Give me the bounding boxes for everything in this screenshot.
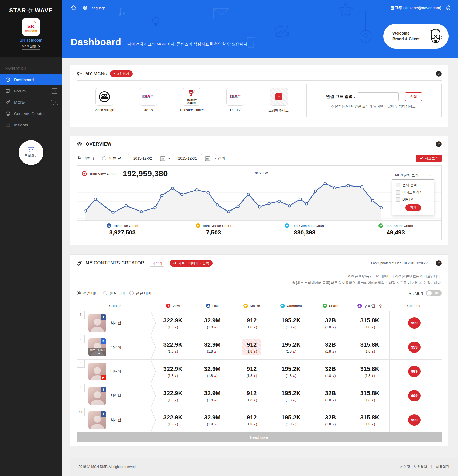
help-icon[interactable]: ? bbox=[436, 141, 442, 147]
data-point[interactable] bbox=[305, 203, 308, 205]
privacy-policy-link[interactable]: 개인정보보호정책 bbox=[400, 465, 427, 469]
data-point[interactable] bbox=[196, 189, 198, 191]
data-point[interactable] bbox=[324, 182, 326, 185]
legend-dot-icon bbox=[255, 172, 258, 174]
read-more-button[interactable]: Read more bbox=[77, 432, 442, 442]
data-point[interactable] bbox=[371, 199, 374, 202]
data-point[interactable] bbox=[112, 212, 114, 214]
radio-전년 대비[interactable] bbox=[129, 291, 134, 295]
date-to-input[interactable] bbox=[173, 154, 202, 162]
sidebar-item-mcns[interactable]: MCNs3 bbox=[0, 96, 62, 108]
data-point[interactable] bbox=[216, 204, 218, 206]
help-icon[interactable]: ? bbox=[436, 71, 442, 77]
data-point[interactable] bbox=[299, 198, 301, 200]
mcn-code-input[interactable] bbox=[358, 92, 399, 101]
filter-apply-button[interactable]: 적용 bbox=[405, 204, 421, 211]
data-point[interactable] bbox=[94, 198, 97, 200]
radio-this-week[interactable] bbox=[77, 156, 81, 160]
filter-option-DIA TV[interactable]: DIA TV bbox=[396, 197, 431, 202]
view-metrics-button[interactable]: 지표보기 bbox=[416, 155, 442, 162]
data-point[interactable] bbox=[380, 207, 382, 209]
data-point[interactable] bbox=[288, 205, 291, 207]
sidebar-item-contents-creator[interactable]: Contents Creator bbox=[0, 108, 62, 119]
date-from-input[interactable] bbox=[128, 154, 157, 162]
data-point[interactable] bbox=[181, 193, 183, 196]
data-point[interactable] bbox=[160, 194, 163, 197]
code-submit-button[interactable]: 입력 bbox=[405, 92, 422, 101]
data-point[interactable] bbox=[140, 211, 143, 213]
radio-전일 대비[interactable] bbox=[77, 291, 81, 295]
help-icon[interactable]: ? bbox=[436, 260, 442, 266]
data-point[interactable] bbox=[333, 187, 336, 189]
contact-button[interactable]: 문의하기 bbox=[19, 140, 43, 165]
radio-전월 대비[interactable] bbox=[103, 291, 107, 295]
checkbox-icon[interactable] bbox=[396, 183, 400, 187]
data-point[interactable] bbox=[268, 202, 270, 205]
contents-count-badge[interactable]: 999 bbox=[408, 414, 421, 426]
mcn-tile-dia-tv-1[interactable]: DIATV DIA TV bbox=[132, 88, 164, 112]
data-point[interactable] bbox=[84, 210, 87, 212]
see-more-button[interactable]: 더 보기 bbox=[148, 260, 166, 267]
table-row[interactable]: 3▶다뜨아322.9K(1.8 ▲)32.9M(1.8 ▲)912(1.8 ▲)… bbox=[77, 360, 442, 384]
starwave-logo: STAR ☆ WAVE bbox=[0, 7, 62, 14]
facebook-badge-icon: f bbox=[101, 314, 106, 320]
request-mcn-button[interactable]: + 요청하기 bbox=[110, 70, 133, 77]
doodle-lightbulb bbox=[151, 16, 160, 28]
language-menu[interactable]: Language bbox=[83, 5, 106, 11]
data-point[interactable] bbox=[361, 186, 363, 188]
up-arrow-icon: ▲ bbox=[371, 423, 374, 426]
data-point[interactable] bbox=[237, 205, 239, 208]
table-row[interactable]: 1f최지선322.9K(1.8 ▲)32.9M(1.8 ▲)912(1.8 ▲)… bbox=[77, 311, 442, 335]
metric-cell: 195.2K(1.8 ▲) bbox=[271, 364, 311, 380]
contents-count-badge[interactable]: 999 bbox=[408, 317, 421, 329]
sidebar-item-forum[interactable]: Forum8 bbox=[0, 85, 62, 96]
contents-cell: 999 bbox=[389, 408, 439, 432]
column-header-share: Share bbox=[311, 304, 350, 308]
up-arrow-icon: ▲ bbox=[253, 374, 256, 377]
mcn-tile-treasure-hunter[interactable]: TreasureHunter Treasure Hunter bbox=[175, 88, 208, 112]
table-row[interactable]: 999f최지선322.9K(1.8 ▲)32.9M(1.8 ▲)912(1.8 … bbox=[77, 408, 442, 432]
gear-icon[interactable] bbox=[445, 5, 451, 11]
radio-this-month[interactable] bbox=[102, 156, 106, 160]
data-point[interactable] bbox=[125, 205, 127, 207]
average-view-label: 평균보기 bbox=[409, 291, 423, 296]
sidebar-item-dashboard[interactable]: Dashboard bbox=[0, 74, 62, 85]
checkbox-icon[interactable] bbox=[396, 197, 400, 202]
calendar-icon[interactable] bbox=[205, 156, 210, 161]
mcn-tile-dia-tv-2[interactable]: DIATV DIA TV bbox=[219, 88, 251, 112]
forum-icon bbox=[5, 88, 11, 94]
sidebar-item-insights[interactable]: Insights bbox=[0, 119, 62, 130]
filter-option-전체 선택[interactable]: 전체 선택 bbox=[396, 183, 431, 187]
data-point[interactable] bbox=[258, 206, 261, 208]
data-point[interactable] bbox=[247, 193, 249, 195]
mcn-tile-add-request[interactable]: + 요청해주세요! bbox=[263, 88, 295, 113]
mcn-settings-link[interactable]: MCN 설정 ❯ bbox=[22, 44, 40, 50]
register-external-creator-button[interactable]: 외부 크리에이터 등록 bbox=[170, 260, 213, 267]
contents-count-badge[interactable]: 999 bbox=[408, 342, 421, 353]
data-point[interactable] bbox=[207, 191, 209, 194]
data-point[interactable] bbox=[347, 184, 350, 187]
contents-count-badge[interactable]: 999 bbox=[408, 366, 421, 377]
terms-link[interactable]: 이용약관 bbox=[436, 465, 449, 469]
filter-option-비디오빌리지[interactable]: 비디오빌리지 bbox=[396, 190, 431, 195]
up-arrow-icon: ▲ bbox=[332, 423, 334, 426]
data-point[interactable] bbox=[314, 190, 317, 192]
user-account-label[interactable]: 광고주 (kimjane@naver.com) bbox=[390, 5, 441, 11]
data-point[interactable] bbox=[171, 187, 174, 189]
contents-count-badge[interactable]: 999 bbox=[408, 390, 421, 401]
data-point[interactable] bbox=[278, 200, 280, 202]
calendar-icon[interactable] bbox=[160, 156, 166, 161]
avatar: f bbox=[88, 387, 106, 405]
mcn-filter-button[interactable]: MCN 전체 보기 ▼ bbox=[392, 171, 434, 180]
home-icon[interactable] bbox=[71, 5, 77, 11]
metric-cell: 32.9M(1.8 ▲) bbox=[193, 412, 232, 428]
mcn-tile-video-village[interactable]: Video Village bbox=[88, 88, 121, 112]
table-row[interactable]: 2⚑외부 크리에이터박선혜322.9K(1.8 ▲)32.9M(1.8 ▲)91… bbox=[77, 335, 442, 360]
sidebar-nav: DashboardForum8MCNs3Contents CreatorInsi… bbox=[0, 74, 62, 130]
data-point[interactable] bbox=[154, 206, 156, 209]
contents-cell: 999 bbox=[389, 335, 439, 359]
table-row[interactable]: 4f김이브322.9K(1.8 ▲)32.9M(1.8 ▲)912(1.8 ▲)… bbox=[77, 384, 442, 408]
data-point[interactable] bbox=[227, 211, 230, 213]
average-view-toggle[interactable]: off bbox=[426, 290, 442, 296]
checkbox-icon[interactable] bbox=[396, 190, 400, 195]
